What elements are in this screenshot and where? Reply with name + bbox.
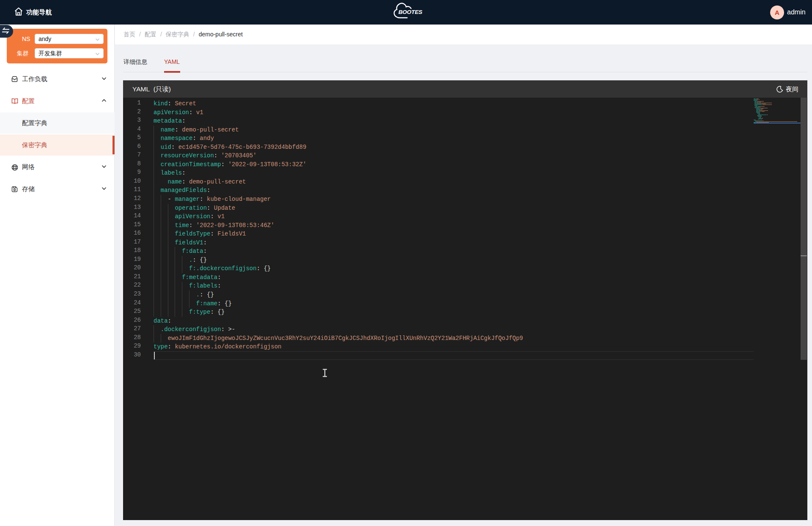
svg-text:BOOTES: BOOTES [398,9,422,15]
